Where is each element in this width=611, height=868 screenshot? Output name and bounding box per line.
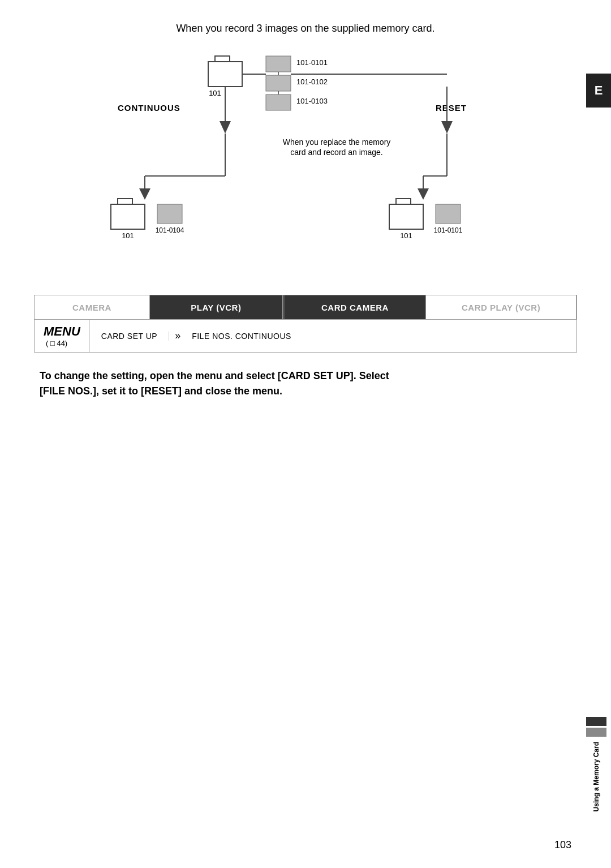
svg-rect-26 bbox=[157, 204, 182, 224]
main-paragraph: To change the setting, open the menu and… bbox=[34, 368, 577, 399]
svg-text:101-0104: 101-0104 bbox=[156, 226, 184, 234]
menu-row: MENU ( □ 44) CARD SET UP » FILE NOS. CON… bbox=[34, 320, 577, 353]
tab-card-play-vcr[interactable]: CARD PLAY (VCR) bbox=[426, 295, 576, 319]
svg-text:101-0102: 101-0102 bbox=[296, 78, 328, 86]
svg-rect-24 bbox=[111, 204, 145, 229]
menu-file-nos: FILE NOS. CONTINUOUS bbox=[186, 332, 297, 341]
svg-text:101-0101: 101-0101 bbox=[296, 58, 328, 67]
diagram-svg: 101 101-0101 101-0102 101-0103 CONTINUOU… bbox=[34, 46, 577, 283]
svg-text:101: 101 bbox=[209, 89, 221, 97]
tab-play-vcr[interactable]: PLAY (VCR) bbox=[150, 295, 283, 319]
svg-text:CONTINUOUS: CONTINUOUS bbox=[118, 103, 180, 113]
side-label: Using a Memory Card bbox=[582, 717, 611, 811]
svg-rect-10 bbox=[266, 94, 291, 110]
svg-text:card and record an image.: card and record an image. bbox=[290, 148, 382, 157]
svg-rect-31 bbox=[436, 204, 461, 224]
page-number: 103 bbox=[554, 839, 571, 851]
top-caption: When you record 3 images on the supplied… bbox=[34, 23, 577, 35]
svg-text:101-0101: 101-0101 bbox=[434, 226, 463, 234]
diagram-area: 101 101-0101 101-0102 101-0103 CONTINUOU… bbox=[34, 46, 577, 283]
svg-rect-1 bbox=[208, 62, 242, 87]
nav-tabs: CAMERA PLAY (VCR) CARD CAMERA CARD PLAY … bbox=[34, 295, 577, 320]
svg-rect-7 bbox=[266, 75, 291, 91]
svg-text:RESET: RESET bbox=[436, 103, 467, 113]
svg-rect-29 bbox=[389, 204, 423, 229]
tab-camera[interactable]: CAMERA bbox=[35, 295, 150, 319]
menu-arrow: » bbox=[169, 330, 186, 342]
svg-text:When you replace the memory: When you replace the memory bbox=[283, 137, 391, 147]
side-label-bar1 bbox=[586, 717, 606, 726]
menu-label: MENU ( □ 44) bbox=[35, 320, 90, 352]
menu-card-set-up: CARD SET UP bbox=[90, 332, 169, 341]
svg-rect-4 bbox=[266, 56, 291, 72]
side-label-bar2 bbox=[586, 728, 606, 737]
svg-marker-40 bbox=[418, 188, 429, 200]
svg-text:101: 101 bbox=[400, 231, 412, 240]
svg-marker-36 bbox=[139, 188, 150, 200]
svg-text:101-0103: 101-0103 bbox=[296, 97, 328, 105]
svg-text:101: 101 bbox=[122, 231, 134, 240]
side-label-text: Using a Memory Card bbox=[592, 742, 600, 811]
tab-card-camera[interactable]: CARD CAMERA bbox=[285, 295, 426, 319]
